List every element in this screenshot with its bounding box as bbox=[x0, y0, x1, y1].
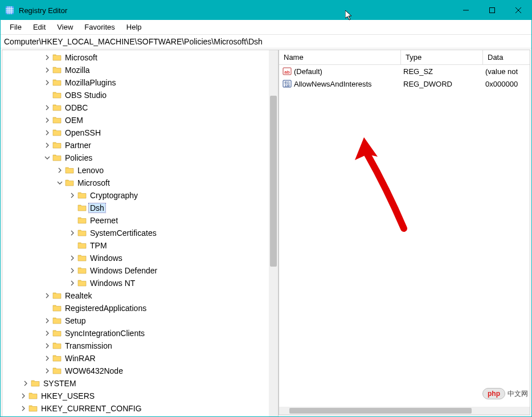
tree-node[interactable]: Transmission bbox=[2, 340, 278, 352]
chevron-right-icon[interactable] bbox=[19, 392, 27, 400]
tree-label: TPM bbox=[89, 241, 108, 250]
svg-rect-8 bbox=[490, 8, 495, 13]
tree-node[interactable]: OpenSSH bbox=[2, 126, 278, 139]
tree-label: Windows NT bbox=[89, 279, 136, 288]
minimize-button[interactable] bbox=[453, 1, 479, 20]
window-controls bbox=[453, 1, 531, 20]
value-name: AllowNewsAndInterests bbox=[294, 80, 403, 88]
tree-node[interactable]: Policies bbox=[2, 152, 278, 164]
tree-node[interactable]: Microsoft bbox=[2, 51, 278, 64]
column-header-data[interactable]: Data bbox=[483, 50, 530, 64]
list-hscrollbar[interactable] bbox=[279, 407, 530, 415]
chevron-right-icon[interactable] bbox=[43, 317, 51, 325]
chevron-right-icon[interactable] bbox=[43, 116, 51, 124]
chevron-right-icon[interactable] bbox=[68, 254, 76, 262]
chevron-right-icon[interactable] bbox=[68, 279, 76, 287]
watermark: php 中文网 bbox=[482, 388, 528, 399]
chevron-right-icon[interactable] bbox=[19, 404, 27, 412]
chevron-right-icon[interactable] bbox=[22, 379, 30, 387]
scrollbar-thumb[interactable] bbox=[270, 96, 277, 267]
menu-favorites[interactable]: Favorites bbox=[79, 22, 120, 32]
menu-file[interactable]: File bbox=[4, 22, 27, 32]
chevron-right-icon[interactable] bbox=[43, 66, 51, 74]
tree-label: Partner bbox=[64, 141, 92, 150]
tree-node[interactable]: MozillaPlugins bbox=[2, 76, 278, 89]
tree-label: Realtek bbox=[64, 291, 93, 300]
value-data: (value not bbox=[485, 67, 530, 76]
chevron-right-icon[interactable] bbox=[43, 54, 51, 62]
tree-node[interactable]: Dsh bbox=[2, 202, 278, 214]
address-bar[interactable]: Computer\HKEY_LOCAL_MACHINE\SOFTWARE\Pol… bbox=[1, 35, 531, 48]
tree-node[interactable]: Windows NT bbox=[2, 277, 278, 289]
chevron-right-icon[interactable] bbox=[43, 354, 51, 362]
expander-empty bbox=[43, 304, 51, 312]
menu-view[interactable]: View bbox=[51, 22, 79, 32]
chevron-right-icon[interactable] bbox=[43, 141, 51, 149]
tree-node[interactable]: WOW6432Node bbox=[2, 365, 278, 377]
column-header-type[interactable]: Type bbox=[401, 50, 483, 64]
chevron-right-icon[interactable] bbox=[68, 267, 76, 275]
chevron-right-icon[interactable] bbox=[43, 129, 51, 137]
scrollbar-thumb[interactable] bbox=[289, 408, 472, 414]
tree-node[interactable]: Windows bbox=[2, 252, 278, 264]
tree-label: Mozilla bbox=[64, 66, 91, 75]
column-header-name[interactable]: Name bbox=[279, 50, 401, 64]
tree-pane: MicrosoftMozillaMozillaPluginsOBS Studio… bbox=[2, 50, 279, 416]
tree-label: SyncIntegrationClients bbox=[64, 329, 146, 338]
chevron-right-icon[interactable] bbox=[43, 342, 51, 350]
tree-node[interactable]: OBS Studio bbox=[2, 89, 278, 101]
tree-scrollbar[interactable] bbox=[269, 50, 278, 416]
tree-node[interactable]: RegisteredApplications bbox=[2, 302, 278, 314]
chevron-right-icon[interactable] bbox=[43, 329, 51, 337]
value-row[interactable]: ab(Default)REG_SZ(value not bbox=[279, 65, 530, 77]
tree-node[interactable]: Realtek bbox=[2, 289, 278, 302]
chevron-down-icon[interactable] bbox=[43, 154, 51, 162]
expander-empty bbox=[68, 216, 76, 224]
app-icon bbox=[5, 6, 14, 15]
tree-node[interactable]: Mozilla bbox=[2, 64, 278, 76]
tree-label: Lenovo bbox=[76, 166, 105, 175]
tree-node[interactable]: HKEY_CURRENT_CONFIG bbox=[2, 402, 278, 415]
tree-label: Cryptography bbox=[89, 191, 139, 200]
tree-node[interactable]: WinRAR bbox=[2, 352, 278, 365]
tree-label: MozillaPlugins bbox=[64, 78, 117, 87]
watermark-text: 中文网 bbox=[508, 389, 528, 399]
chevron-right-icon[interactable] bbox=[68, 191, 76, 199]
tree-node[interactable]: SyncIntegrationClients bbox=[2, 327, 278, 340]
tree-node[interactable]: HKEY_USERS bbox=[2, 390, 278, 402]
menu-help[interactable]: Help bbox=[121, 22, 148, 32]
tree-node[interactable]: TPM bbox=[2, 239, 278, 252]
titlebar[interactable]: Registry Editor bbox=[1, 1, 531, 20]
tree-label: Transmission bbox=[64, 341, 113, 350]
tree-node[interactable]: Peernet bbox=[2, 214, 278, 227]
tree-label: ODBC bbox=[64, 103, 89, 112]
tree-node[interactable]: Microsoft bbox=[2, 177, 278, 189]
tree-node[interactable]: SYSTEM bbox=[2, 377, 278, 390]
chevron-right-icon[interactable] bbox=[43, 367, 51, 375]
tree-node[interactable]: Cryptography bbox=[2, 189, 278, 202]
tree-node[interactable]: ODBC bbox=[2, 101, 278, 114]
watermark-badge: php bbox=[482, 388, 505, 399]
maximize-button[interactable] bbox=[479, 1, 505, 20]
tree-label: OpenSSH bbox=[64, 128, 102, 137]
tree-node[interactable]: Partner bbox=[2, 139, 278, 152]
chevron-right-icon[interactable] bbox=[43, 292, 51, 300]
address-text: Computer\HKEY_LOCAL_MACHINE\SOFTWARE\Pol… bbox=[4, 37, 263, 46]
tree-node[interactable]: Lenovo bbox=[2, 164, 278, 177]
chevron-right-icon[interactable] bbox=[68, 229, 76, 237]
chevron-right-icon[interactable] bbox=[43, 79, 51, 87]
chevron-right-icon[interactable] bbox=[43, 104, 51, 112]
tree-scroll[interactable]: MicrosoftMozillaMozillaPluginsOBS Studio… bbox=[2, 50, 278, 416]
tree-node[interactable]: Setup bbox=[2, 314, 278, 327]
window-title: Registry Editor bbox=[19, 6, 67, 15]
tree-node[interactable]: Windows Defender bbox=[2, 264, 278, 277]
tree-node[interactable]: OEM bbox=[2, 114, 278, 126]
value-row[interactable]: 011110AllowNewsAndInterestsREG_DWORD0x00… bbox=[279, 77, 530, 90]
list-body[interactable]: ab(Default)REG_SZ(value not011110AllowNe… bbox=[279, 65, 530, 415]
tree-node[interactable]: SystemCertificates bbox=[2, 227, 278, 239]
close-button[interactable] bbox=[505, 1, 531, 20]
chevron-down-icon[interactable] bbox=[56, 179, 64, 187]
menu-edit[interactable]: Edit bbox=[27, 22, 51, 32]
tree-label: Microsoft bbox=[64, 53, 99, 62]
chevron-right-icon[interactable] bbox=[56, 166, 64, 174]
